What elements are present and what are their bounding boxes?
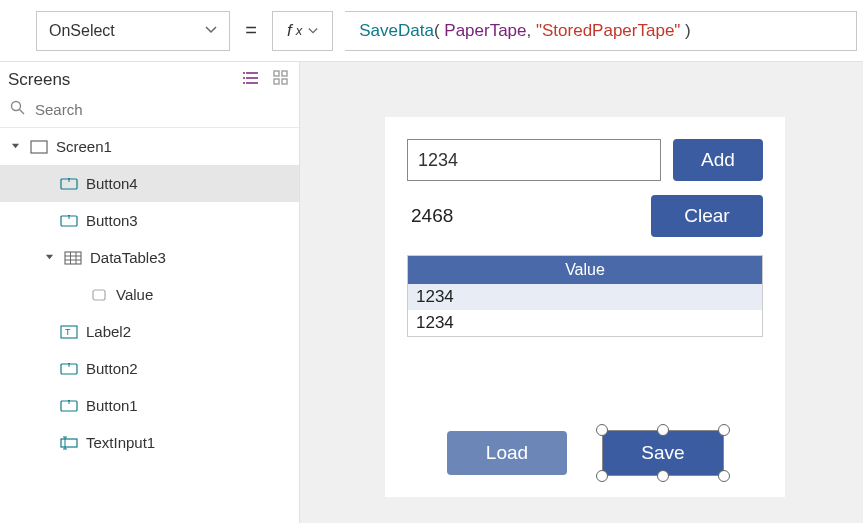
tree-item-button[interactable]: Button2 <box>0 350 299 387</box>
tree-item-screen[interactable]: Screen1 <box>0 128 299 165</box>
button-icon <box>60 398 78 414</box>
textinput-icon <box>60 435 78 451</box>
equals-sign: = <box>242 19 260 42</box>
chevron-down-icon <box>205 22 217 40</box>
tree-item-label: Button3 <box>86 212 138 229</box>
button-icon <box>60 361 78 377</box>
tree-view-list-icon[interactable] <box>243 70 261 90</box>
table-row[interactable]: 1234 <box>408 310 762 336</box>
svg-text:T: T <box>65 327 71 337</box>
column-icon <box>90 287 108 303</box>
result-label: 2468 <box>407 205 453 227</box>
tree-list: Screen1 Button4 Button3 <box>0 128 299 523</box>
tree-item-label: Label2 <box>86 323 131 340</box>
svg-rect-5 <box>274 79 279 84</box>
tree-item-label: Button4 <box>86 175 138 192</box>
number-input[interactable] <box>407 139 661 181</box>
button-icon <box>60 176 78 192</box>
svg-rect-22 <box>61 439 77 447</box>
tree-item-textinput[interactable]: TextInput1 <box>0 424 299 461</box>
svg-rect-4 <box>282 71 287 76</box>
load-button[interactable]: Load <box>447 431 567 475</box>
tree-search[interactable] <box>0 96 299 128</box>
svg-rect-6 <box>282 79 287 84</box>
tree-view-pane: Screens <box>0 62 300 523</box>
screen-icon <box>30 139 48 155</box>
button-icon <box>60 213 78 229</box>
add-button[interactable]: Add <box>673 139 763 181</box>
formula-token-function: SaveData <box>359 21 434 41</box>
tree-item-label: Button2 <box>86 360 138 377</box>
tree-item-label: Value <box>116 286 153 303</box>
svg-rect-3 <box>274 71 279 76</box>
property-selector[interactable]: OnSelect <box>36 11 230 51</box>
resize-handle[interactable] <box>718 424 730 436</box>
resize-handle[interactable] <box>596 424 608 436</box>
table-header: Value <box>408 256 762 284</box>
data-table[interactable]: Value 1234 1234 <box>407 255 763 337</box>
svg-rect-9 <box>31 141 47 153</box>
formula-input[interactable]: SaveData( PaperTape, "StoredPaperTape" ) <box>345 11 857 51</box>
resize-handle[interactable] <box>718 470 730 482</box>
search-icon <box>10 100 25 119</box>
app-screen: Add 2468 Clear Value 1234 1234 Load Save <box>385 117 785 497</box>
property-selector-value: OnSelect <box>49 22 115 40</box>
table-row[interactable]: 1234 <box>408 284 762 310</box>
svg-point-2 <box>243 82 245 84</box>
table-icon <box>64 250 82 266</box>
tree-item-datatable[interactable]: DataTable3 <box>0 239 299 276</box>
save-button-selected[interactable]: Save <box>603 431 723 475</box>
tree-search-input[interactable] <box>35 101 289 118</box>
tree-item-button[interactable]: Button4 <box>0 165 299 202</box>
tree-item-label: Screen1 <box>56 138 112 155</box>
tree-item-label: DataTable3 <box>90 249 166 266</box>
tree-item-button[interactable]: Button1 <box>0 387 299 424</box>
save-button[interactable]: Save <box>603 431 723 475</box>
svg-line-8 <box>20 110 25 115</box>
svg-point-0 <box>243 72 245 74</box>
caret-down-icon <box>42 253 56 262</box>
tree-item-label: TextInput1 <box>86 434 155 451</box>
formula-bar: OnSelect = fx SaveData( PaperTape, "Stor… <box>0 0 863 62</box>
svg-point-7 <box>12 102 21 111</box>
tree-item-button[interactable]: Button3 <box>0 202 299 239</box>
resize-handle[interactable] <box>657 470 669 482</box>
resize-handle[interactable] <box>657 424 669 436</box>
clear-button[interactable]: Clear <box>651 195 763 237</box>
fx-button[interactable]: fx <box>272 11 333 51</box>
tree-view-title: Screens <box>8 70 70 90</box>
resize-handle[interactable] <box>596 470 608 482</box>
svg-point-1 <box>243 77 245 79</box>
tree-view-grid-icon[interactable] <box>273 70 289 90</box>
label-icon: T <box>60 324 78 340</box>
tree-item-label: Button1 <box>86 397 138 414</box>
svg-rect-17 <box>93 290 105 300</box>
tree-item-label-control[interactable]: T Label2 <box>0 313 299 350</box>
svg-rect-12 <box>65 252 81 264</box>
canvas[interactable]: Add 2468 Clear Value 1234 1234 Load Save <box>300 62 863 523</box>
formula-token-identifier: PaperTape <box>444 21 526 41</box>
formula-token-string: "StoredPaperTape" <box>536 21 680 41</box>
caret-down-icon <box>8 142 22 151</box>
tree-item-column[interactable]: Value <box>0 276 299 313</box>
